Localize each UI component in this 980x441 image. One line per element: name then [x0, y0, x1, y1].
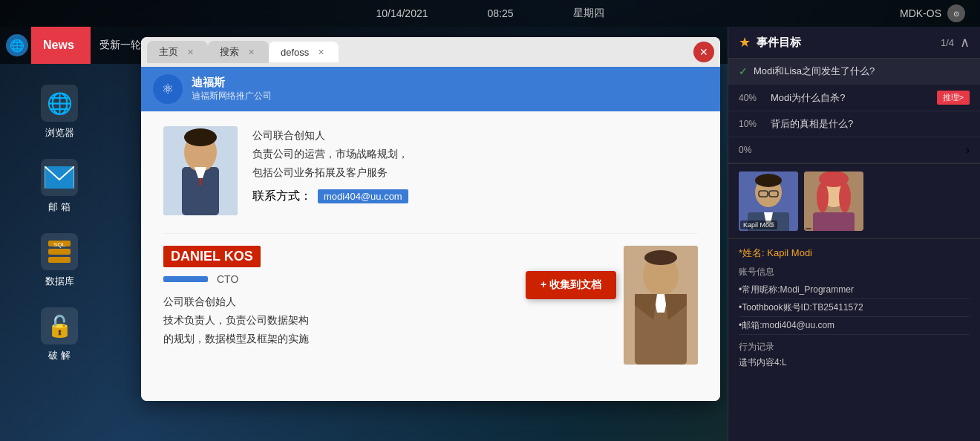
objective-item-3[interactable]: 10% 背后的真相是什么?: [728, 111, 980, 137]
objectives-header: ★ 事件目标 1/4 ∧: [728, 27, 980, 59]
char2-label: [806, 228, 811, 229]
tab-search[interactable]: 搜索 ✕: [208, 41, 269, 63]
weekday-display: 星期四: [573, 7, 604, 20]
person2-image: [624, 246, 698, 365]
objectives-title: 事件目标: [757, 36, 935, 50]
contact-line: 联系方式： modi404@uu.com: [252, 189, 698, 204]
char-profile: *姓名: Kapil Modi 账号信息 •常用昵称:Modi_Programm…: [728, 238, 980, 376]
person2-desc2: 的规划，数据模型及框架的实施: [163, 330, 698, 348]
browser-icon: 🌐: [41, 85, 78, 122]
person2-desc: 公司联合创始人 技术负责人，负责公司数据架构 的规划，数据模型及框架的实施: [163, 293, 698, 349]
crack-icon-item[interactable]: 🔓 破 解: [26, 301, 93, 368]
char-img-2: [804, 172, 863, 231]
person2-title-bar: CTO: [163, 273, 698, 285]
person2-role: CTO: [217, 273, 238, 285]
contact-label: 联系方式：: [252, 189, 312, 204]
person2-title1: 公司联合创始人: [163, 293, 698, 311]
char1-label: Kapil Modi: [740, 220, 777, 229]
objective-item-4[interactable]: 0% ›: [728, 137, 980, 163]
search-result-row[interactable]: ⚛ 迪福斯 迪福斯网络推广公司: [141, 67, 720, 111]
objective-item-1[interactable]: ✓ Modi和Lisa之间发生了什么?: [728, 59, 980, 85]
objectives-expand-icon[interactable]: ∧: [960, 34, 970, 50]
right-panel: ★ 事件目标 1/4 ∧ ✓ Modi和Lisa之间发生了什么? 40% Mod…: [728, 27, 980, 441]
database-icon-item[interactable]: SQL 数据库: [26, 227, 93, 294]
collect-to-doc-button[interactable]: + 收集到文档: [526, 271, 616, 299]
svg-text:SQL: SQL: [53, 241, 66, 248]
mail-icon: [41, 159, 78, 196]
mail-label: 邮 箱: [48, 200, 71, 214]
tab-home-label: 主页: [159, 45, 178, 59]
browser-window: 主页 ✕ 搜索 ✕ defoss ✕ ✕ ⚛ 迪福斯 迪福斯网络推广公司: [141, 37, 720, 401]
svg-rect-33: [813, 212, 855, 231]
date-display: 10/14/2021: [376, 7, 428, 19]
svg-point-16: [644, 250, 677, 265]
topbar-right: MDK-OS ⊙: [900, 4, 965, 22]
tab-search-label: 搜索: [220, 45, 239, 59]
svg-rect-5: [48, 249, 71, 255]
person1-text: 公司联合创知人 负责公司的运营，市场战略规划， 包括公司业务拓展及客户服务 联系…: [252, 126, 698, 204]
objectives-count: 1/4: [941, 37, 954, 48]
svg-rect-6: [48, 257, 71, 263]
person1-role: 公司联合创知人: [252, 126, 698, 145]
account-email: •邮箱:modi404@uu.com: [739, 317, 970, 335]
company-sub: 迪福斯网络推广公司: [192, 90, 272, 102]
svg-point-22: [755, 174, 782, 187]
person1-desc1: 负责公司的运营，市场战略规划，: [252, 145, 698, 163]
topbar: 10/14/2021 08:25 星期四 MDK-OS ⊙: [0, 0, 980, 27]
person2-header: DANIEL KOS: [163, 246, 698, 267]
time-display: 08:25: [488, 7, 514, 19]
svg-point-31: [817, 183, 829, 212]
objective-item-2[interactable]: 40% Modi为什么自杀? 推理>: [728, 85, 980, 111]
browser-label: 浏览器: [45, 126, 74, 140]
sidebar: 🌐 浏览器 邮 箱 SQL: [0, 27, 119, 441]
svg-point-32: [839, 183, 851, 212]
browser-icon-item[interactable]: 🌐 浏览器: [26, 79, 93, 146]
person1-section: 公司联合创知人 负责公司的运营，市场战略规划， 包括公司业务拓展及客户服务 联系…: [163, 126, 698, 215]
company-info: 迪福斯 迪福斯网络推广公司: [192, 76, 272, 102]
obj4-text: 0%: [739, 145, 765, 155]
person2-section: DANIEL KOS CTO 公司联合创始人 技术负责人，负责公司数据架构 的规…: [163, 233, 698, 349]
char-name: *姓名: Kapil Modi: [739, 246, 970, 260]
crack-icon: 🔓: [41, 307, 78, 344]
svg-point-10: [184, 128, 217, 146]
behavior-item-1: 遗书内容4:L: [739, 356, 970, 369]
obj1-text: ✓ Modi和Lisa之间发生了什么?: [739, 65, 970, 78]
tab-search-close[interactable]: ✕: [245, 46, 257, 58]
obj2-row: 40% Modi为什么自杀? 推理>: [739, 91, 970, 105]
tab-home-close[interactable]: ✕: [184, 46, 196, 58]
obj3-row: 10% 背后的真相是什么?: [739, 117, 970, 131]
database-icon: SQL: [41, 233, 78, 270]
person1-email[interactable]: modi404@uu.com: [318, 189, 408, 203]
browser-tabs-bar: 主页 ✕ 搜索 ✕ defoss ✕ ✕: [141, 37, 720, 67]
obj4-row: 0% ›: [739, 143, 970, 157]
company-icon: ⚛: [153, 74, 183, 104]
person1-image: [163, 126, 238, 215]
char-images-section: Kapil Modi: [728, 163, 980, 238]
person1-desc2: 包括公司业务拓展及客户服务: [252, 163, 698, 182]
account-info: 账号信息 •常用昵称:Modi_Programmer •Toothbook账号I…: [739, 266, 970, 335]
obj2-text: 40% Modi为什么自杀?: [739, 91, 845, 105]
tab-defoss-close[interactable]: ✕: [315, 46, 327, 58]
behavior-title: 行为记录: [739, 341, 970, 353]
obj1-check-icon: ✓: [739, 65, 748, 77]
obj2-action-button[interactable]: 推理>: [937, 91, 970, 105]
crack-label: 破 解: [48, 349, 71, 362]
char-img-1: Kapil Modi: [739, 172, 798, 231]
account-toothbook: •Toothbook账号ID:TB25411572: [739, 299, 970, 317]
obj3-text: 10% 背后的真相是什么?: [739, 117, 853, 131]
os-icon: ⊙: [947, 4, 965, 22]
account-title: 账号信息: [739, 266, 970, 278]
desktop: PRIORD 10/14/2021 08:25 星期四 MDK-OS ⊙ 🌐 N…: [0, 0, 980, 441]
tab-home[interactable]: 主页 ✕: [147, 41, 208, 63]
os-name: MDK-OS: [900, 7, 941, 19]
company-name: 迪福斯: [192, 76, 272, 90]
tab-defoss-label: defoss: [281, 47, 309, 58]
star-icon: ★: [739, 34, 751, 50]
mail-icon-item[interactable]: 邮 箱: [26, 153, 93, 220]
browser-close-button[interactable]: ✕: [693, 42, 714, 62]
tab-defoss[interactable]: defoss ✕: [269, 42, 339, 62]
account-nickname: •常用昵称:Modi_Programmer: [739, 281, 970, 299]
obj4-nav-arrow[interactable]: ›: [966, 143, 970, 157]
person2-desc1: 技术负责人，负责公司数据架构: [163, 311, 698, 330]
title-indicator: [163, 276, 208, 282]
